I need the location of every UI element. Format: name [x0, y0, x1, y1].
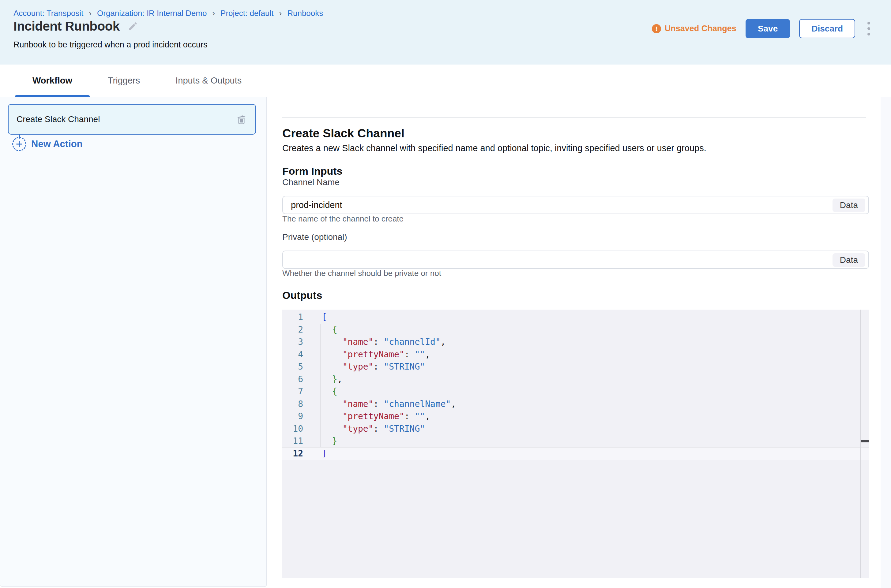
channel-name-input[interactable]	[283, 196, 868, 213]
new-action-button[interactable]: New Action	[12, 137, 83, 151]
tab-bar: Workflow Triggers Inputs & Outputs	[0, 64, 891, 97]
channel-name-data-button[interactable]: Data	[832, 198, 865, 212]
code-line[interactable]: 7 {	[282, 386, 869, 398]
code-line[interactable]: 1[	[282, 311, 869, 324]
line-number: 3	[282, 336, 303, 348]
breadcrumb-account-link[interactable]: Account: Transposit	[14, 9, 83, 18]
editor-scrollbar-track[interactable]	[860, 310, 869, 578]
edit-title-icon[interactable]	[128, 21, 138, 32]
breadcrumb-separator: ›	[279, 9, 282, 18]
code-line[interactable]: 9 "prettyName": "",	[282, 410, 869, 423]
private-field-wrap: Data	[282, 250, 869, 269]
breadcrumb-runbooks-link[interactable]: Runbooks	[287, 9, 323, 18]
editor-scrollbar-thumb[interactable]	[861, 440, 868, 442]
code-line[interactable]: 8 "name": "channelName",	[282, 398, 869, 411]
line-number: 10	[282, 423, 303, 435]
workflow-steps-panel: Create Slack Channel New A	[0, 97, 267, 587]
code-line[interactable]: 2 {	[282, 324, 869, 336]
tab-triggers[interactable]: Triggers	[90, 64, 158, 97]
tab-inputs-outputs[interactable]: Inputs & Outputs	[158, 64, 259, 97]
line-number: 5	[282, 361, 303, 373]
outputs-heading: Outputs	[282, 290, 322, 302]
private-data-button[interactable]: Data	[832, 253, 865, 267]
breadcrumb-separator: ›	[89, 9, 92, 18]
active-tab-indicator	[15, 95, 90, 97]
line-number: 7	[282, 386, 303, 398]
page-header: Account: Transposit › Organization: IR I…	[0, 0, 891, 64]
breadcrumb-project-link[interactable]: Project: default	[220, 9, 274, 18]
action-detail-panel: Create Slack Channel Creates a new Slack…	[282, 97, 869, 588]
private-input[interactable]	[283, 251, 868, 268]
line-number: 8	[282, 398, 303, 411]
unsaved-changes-badge: ! Unsaved Changes	[652, 24, 736, 33]
section-divider	[282, 117, 866, 118]
save-button[interactable]: Save	[745, 19, 790, 38]
warning-icon: !	[652, 24, 661, 33]
outputs-code-editor[interactable]: 1[2 {3 "name": "channelId",4 "prettyName…	[282, 310, 869, 578]
tab-workflow[interactable]: Workflow	[15, 64, 90, 97]
line-number: 9	[282, 410, 303, 423]
tab-inputs-outputs-label: Inputs & Outputs	[175, 76, 242, 86]
page-title: Incident Runbook	[14, 19, 120, 34]
code-line[interactable]: 10 "type": "STRING"	[282, 423, 869, 435]
code-line[interactable]: 11 }	[282, 435, 869, 448]
discard-button[interactable]: Discard	[799, 19, 855, 38]
line-number: 6	[282, 373, 303, 386]
app-root: Account: Transposit › Organization: IR I…	[0, 0, 891, 588]
breadcrumb-separator: ›	[212, 9, 215, 18]
code-editor-lines: 1[2 {3 "name": "channelId",4 "prettyName…	[282, 311, 869, 460]
tab-triggers-label: Triggers	[108, 76, 140, 86]
code-line[interactable]: 3 "name": "channelId",	[282, 336, 869, 348]
page-scrollbar-track[interactable]	[880, 97, 891, 588]
channel-name-help-text: The name of the channel to create	[282, 214, 403, 224]
tab-workflow-label: Workflow	[32, 76, 72, 86]
line-number: 2	[282, 324, 303, 336]
line-number: 1	[282, 311, 303, 324]
action-card-create-slack-channel[interactable]: Create Slack Channel	[8, 104, 256, 135]
line-number: 4	[282, 348, 303, 361]
page-subtitle: Runbook to be triggered when a prod inci…	[14, 40, 207, 50]
code-line[interactable]: 6 },	[282, 373, 869, 386]
private-label: Private (optional)	[282, 232, 347, 242]
action-card-label: Create Slack Channel	[17, 114, 236, 124]
unsaved-changes-label: Unsaved Changes	[665, 24, 736, 33]
content-region: Create Slack Channel New A	[0, 97, 891, 588]
line-number: 12	[282, 448, 303, 460]
private-help-text: Whether the channel should be private or…	[282, 268, 441, 278]
action-detail-description: Creates a new Slack channel with specifi…	[282, 143, 706, 153]
code-line[interactable]: 4 "prettyName": "",	[282, 348, 869, 361]
plus-icon	[12, 137, 26, 151]
channel-name-label: Channel Name	[282, 177, 340, 187]
delete-action-icon[interactable]	[236, 114, 247, 125]
breadcrumb-organization-link[interactable]: Organization: IR Internal Demo	[97, 9, 207, 18]
line-number: 11	[282, 435, 303, 448]
code-line[interactable]: 12]	[282, 448, 869, 460]
new-action-label: New Action	[31, 139, 83, 150]
action-detail-title: Create Slack Channel	[282, 127, 405, 140]
kebab-menu-icon[interactable]	[864, 19, 873, 38]
channel-name-field-wrap: Data	[282, 196, 869, 214]
code-line[interactable]: 5 "type": "STRING"	[282, 361, 869, 373]
breadcrumb: Account: Transposit › Organization: IR I…	[14, 9, 323, 18]
form-inputs-heading: Form Inputs	[282, 165, 342, 177]
